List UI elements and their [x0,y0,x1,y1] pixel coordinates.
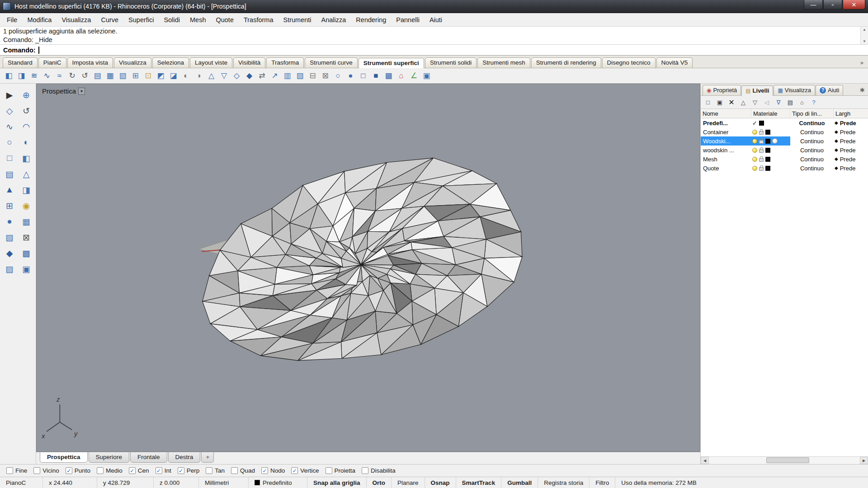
column-header-nome[interactable]: Nome [701,109,751,118]
layer-print-width[interactable]: ◆Prede [834,147,868,154]
checkbox-proietta[interactable] [326,467,332,474]
layer-color-swatch[interactable] [765,166,770,171]
minimize-button[interactable]: — [804,0,823,9]
layer-lock-icon[interactable] [759,149,764,153]
hatch-tool-icon[interactable]: ▧ [3,230,16,244]
layer-color-swatch[interactable] [765,139,770,144]
mesh-tool-icon[interactable]: ▦ [19,215,33,228]
layer-print-width[interactable]: ◆Prede [834,156,868,163]
checkbox-disabilita[interactable] [362,467,368,474]
column-header-materiale[interactable]: Materiale [751,109,790,118]
toolbar-tab-strumenti-superfici[interactable]: Strumenti superfici [359,58,424,68]
scroll-up-icon[interactable]: ▲ [863,28,866,32]
maximize-button[interactable]: ▫ [823,0,842,9]
new-sublayer-icon[interactable]: ▣ [715,97,725,107]
status-x-24-440[interactable]: x 24.440 [43,477,97,488]
rail-revolve-icon[interactable]: ↺ [79,70,91,82]
change-degree-icon[interactable]: ● [344,70,357,82]
array-tool-icon[interactable]: ▩ [19,246,33,260]
toolbar-tab-seleziona[interactable]: Seleziona [152,57,189,68]
surface-3pt-icon[interactable]: ◧ [3,70,15,82]
surface-corner-icon[interactable]: ◨ [15,70,28,82]
viewport-tab-destra[interactable]: Destra [168,452,201,463]
layer-color-swatch[interactable] [765,130,770,135]
help-icon[interactable]: ? [809,97,819,107]
viewport-tab-superiore[interactable]: Superiore [89,452,130,463]
column-header-tipo-di-lin[interactable]: Tipo di lin... [790,109,834,118]
layer-report-icon[interactable]: ▤ [785,97,795,107]
osnap-perp[interactable]: ✓Perp [178,467,200,474]
new-layer-icon[interactable]: □ [703,97,713,107]
layer-linetype[interactable]: Continuo [790,147,834,154]
menu-trasforma[interactable]: Trasforma [239,14,278,26]
curve-from-object-tool-icon[interactable]: ● [3,215,16,228]
layer-lock-icon[interactable] [759,167,764,171]
undo-view-tool-icon[interactable]: ↺ [19,104,33,117]
layer-row-quote[interactable]: QuoteContinuo◆Prede [701,164,868,173]
perspective-viewport[interactable]: Prospettica ▾ z x y [36,84,700,452]
smash-surface-icon[interactable]: ⊠ [319,70,331,82]
scrollbar-track[interactable] [709,457,860,464]
remove-knot-icon[interactable]: ■ [370,70,382,82]
heightfield-icon[interactable]: ⊡ [142,70,154,82]
checkbox-quad[interactable] [231,467,238,474]
flow-surface-icon[interactable]: ⇄ [256,70,268,82]
layer-row-predefi[interactable]: Predefi...✓Continuo◆Prede [701,118,868,127]
move-up-icon[interactable]: △ [738,97,748,107]
solid-tool-icon[interactable]: ▲ [3,183,16,197]
rectangle-tool-icon[interactable]: □ [3,151,16,165]
fillet-surface-icon[interactable]: △ [205,70,217,82]
toolbar-tab-disegno-tecnico[interactable]: Disegno tecnico [602,57,656,68]
viewport-canvas[interactable]: z x y [37,84,700,451]
menu-superfici[interactable]: Superfici [123,14,159,26]
extrude-straight-icon[interactable]: ◩ [155,70,167,82]
osnap-fine[interactable]: Fine [6,467,27,474]
grid-surface-icon[interactable]: ⊞ [129,70,142,82]
menu-pannelli[interactable]: Pannelli [391,14,425,26]
layer-lock-icon[interactable] [759,140,764,144]
osnap-vertice[interactable]: ✓Vertice [291,467,319,474]
layer-on-icon[interactable] [752,166,757,171]
filter-icon[interactable]: ∇ [774,97,783,107]
layer-lock-icon[interactable] [759,131,764,135]
layer-print-width[interactable]: ◆Prede [834,129,868,136]
status-predefinito[interactable]: Predefinito [249,477,307,488]
toolbar-tab-novit-v5[interactable]: Novità V5 [656,57,693,68]
layer-lock-icon[interactable] [759,158,764,162]
checkbox-punto[interactable]: ✓ [66,467,72,474]
surface-tool-icon[interactable]: ▤ [3,167,16,181]
sphere-tool-icon[interactable]: ◉ [19,199,33,212]
status-y-428-729[interactable]: y 428.729 [97,477,154,488]
surface-analysis-icon[interactable]: ⌂ [395,70,407,82]
extrude-along-curve-icon[interactable]: ◪ [167,70,179,82]
fillet-tool-icon[interactable]: ◆ [3,246,16,260]
status-filtro[interactable]: Filtro [590,477,615,488]
panel-tab-aiuti[interactable]: ?Aiuti [816,85,843,95]
layer-linetype[interactable]: Continuo [790,165,834,172]
toolbar-tab-imposta-vista[interactable]: Imposta vista [67,57,113,68]
layer-linetype[interactable]: Continuo [790,129,834,136]
sweep2-icon[interactable]: ≈ [53,70,66,82]
rebuild-surface-icon[interactable]: ○ [332,70,344,82]
status-osnap[interactable]: Osnap [425,477,456,488]
layer-on-icon[interactable] [752,157,757,162]
column-header-largh[interactable]: Largh [834,109,868,118]
scrollbar-thumb[interactable] [766,457,809,463]
toolbar-tab-pianic[interactable]: PianiC [38,57,66,68]
menu-modifica[interactable]: Modifica [22,14,57,26]
status-snap-alla-griglia[interactable]: Snap alla griglia [307,477,367,488]
checkbox-vertice[interactable]: ✓ [291,467,298,474]
circle-tool-icon[interactable]: ○ [3,136,16,149]
match-surface-icon[interactable]: ◑ [193,70,205,82]
layer-row-woodskin[interactable]: woodskin ...Continuo◆Prede [701,145,868,155]
arc-tool-icon[interactable]: ◠ [19,120,33,133]
sweep1-icon[interactable]: ∿ [41,70,53,82]
layer-print-width[interactable]: ◆Prede [834,165,868,172]
layer-on-icon[interactable] [752,130,757,135]
chamfer-surface-icon[interactable]: ▽ [218,70,230,82]
unroll-surface-icon[interactable]: ⊟ [307,70,319,82]
osnap-nodo[interactable]: ✓Nodo [261,467,285,474]
scroll-right-icon[interactable]: ▶ [860,457,868,464]
patch-icon[interactable]: ▤ [91,70,104,82]
tab-overflow-icon[interactable]: » [860,59,865,68]
